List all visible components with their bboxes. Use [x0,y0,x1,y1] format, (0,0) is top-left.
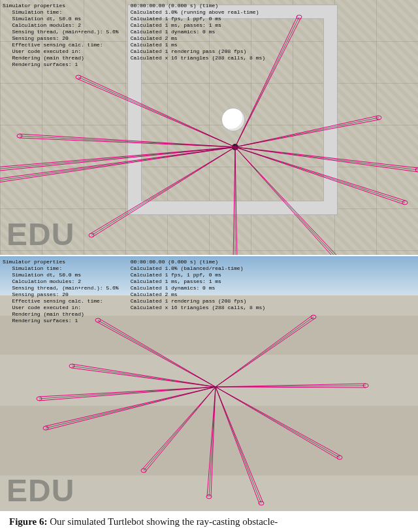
sim-viewport-top: EDU Simulator properties Simulation time… [0,0,418,255]
edu-watermark: EDU [7,473,74,508]
figure-caption: Figure 6: Our simulated Turtlebot showin… [0,516,418,527]
caption-prefix: Figure 6: [9,516,50,527]
sim-stats-overlay: Simulator properties Simulation time: Si… [3,259,265,324]
stats-col-left: Simulator properties Simulation time: Si… [3,259,119,324]
sim-stats-overlay: Simulator properties Simulation time: Si… [3,3,265,68]
edu-watermark: EDU [7,216,74,252]
obstacle-cylinder [222,108,244,131]
caption-text: Our simulated Turtlebot showing the ray-… [50,516,278,527]
stats-col-right: 00:00:00.00 (0.000 s) (time) Calculated … [131,3,265,68]
stats-col-right: 00:00:00.00 (0.000 s) (time) Calculated … [131,259,265,324]
robot-origin [232,144,238,150]
sim-viewport-perspective: EDU Simulator properties Simulation time… [0,256,418,511]
stats-col-left: Simulator properties Simulation time: Si… [3,3,119,68]
